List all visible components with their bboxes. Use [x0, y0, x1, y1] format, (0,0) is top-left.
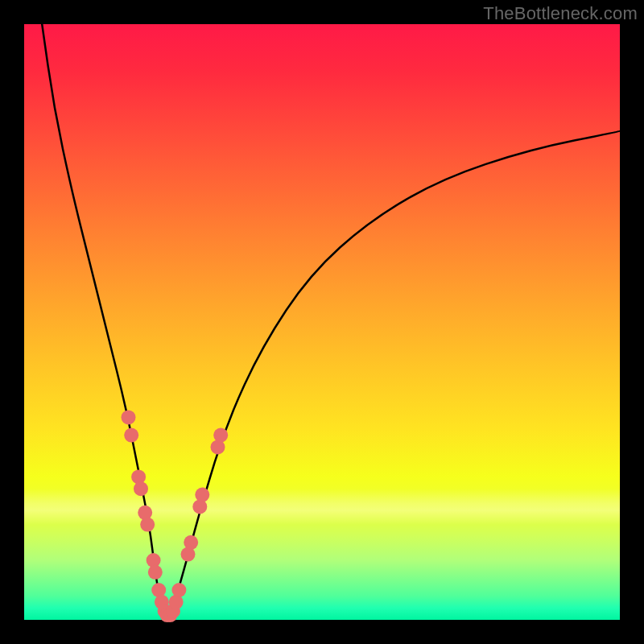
- bottleneck-curve: [42, 24, 620, 617]
- series-marker: [148, 565, 163, 580]
- watermark-text: TheBottleneck.com: [483, 3, 638, 24]
- series-marker: [140, 518, 155, 532]
- series-marker: [122, 410, 136, 424]
- series-marker: [134, 481, 148, 496]
- series-marker: [192, 499, 207, 514]
- series-marker: [138, 506, 152, 520]
- figure-frame: TheBottleneck.com: [0, 0, 644, 644]
- marker-group: [122, 410, 229, 622]
- series-marker: [171, 583, 186, 597]
- series-marker: [124, 428, 138, 443]
- series-marker: [184, 535, 198, 550]
- plot-area: [24, 24, 620, 620]
- series-marker: [213, 428, 228, 443]
- series-marker: [195, 488, 209, 502]
- curve-svg: [24, 24, 620, 620]
